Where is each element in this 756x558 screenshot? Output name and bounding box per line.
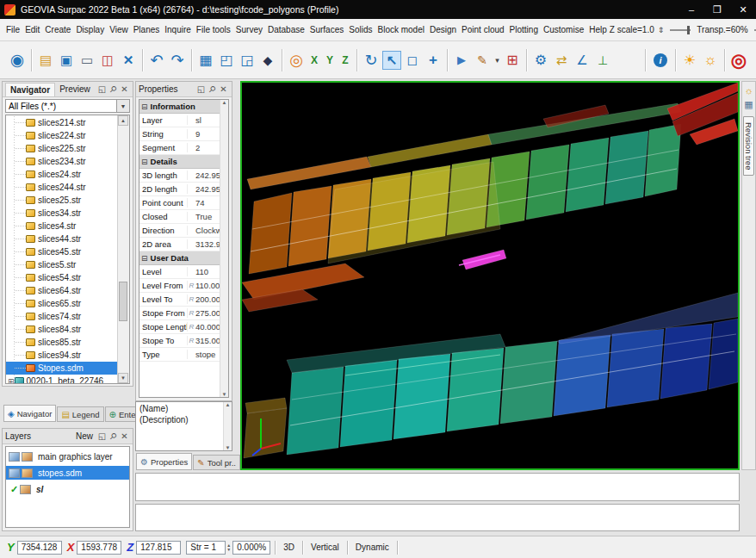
tree-item[interactable]: slices25.str	[6, 194, 118, 207]
minimize-button[interactable]: –	[679, 0, 704, 19]
maximize-button[interactable]: ❒	[704, 0, 730, 19]
menu-item[interactable]: Help	[586, 22, 610, 37]
save-icon[interactable]: ▣	[57, 51, 76, 70]
tab-tool-properties[interactable]: ✎ Tool pr..	[193, 455, 240, 470]
layer-row-main-graphics[interactable]: main graphics layer	[6, 450, 129, 463]
layer-style-icon[interactable]	[22, 468, 33, 478]
menu-item[interactable]: Surfaces	[307, 22, 346, 37]
tree-item[interactable]: slices64.str	[6, 284, 118, 297]
menu-item[interactable]: Database	[265, 22, 307, 37]
menu-item[interactable]: Display	[73, 22, 107, 37]
tree-item[interactable]: slices225.str	[6, 142, 118, 155]
tree-item[interactable]: slices74.str	[6, 310, 118, 323]
tab-preview[interactable]: Preview	[55, 83, 95, 96]
open-file-icon[interactable]: ▤	[36, 51, 55, 70]
property-row[interactable]: 3D length 242.954	[139, 169, 220, 183]
info-icon[interactable]: i	[654, 53, 667, 67]
property-row[interactable]: Segment 2	[139, 141, 220, 155]
z-scale-slider[interactable]	[670, 29, 691, 31]
property-row[interactable]: String 9	[139, 127, 220, 141]
property-row[interactable]: Level 110	[139, 265, 220, 279]
property-row[interactable]: Level From R 110.000	[139, 279, 220, 293]
select-arrow-icon[interactable]: ↖	[382, 51, 401, 70]
message-strip-2[interactable]	[135, 504, 740, 531]
tab-navigator[interactable]: ◈ Navigator	[3, 405, 56, 422]
new-layer-button[interactable]: New	[72, 431, 96, 441]
property-row[interactable]: Closed True	[139, 210, 220, 224]
dropdown-arrow-icon[interactable]: ▼	[116, 100, 129, 112]
description-field[interactable]: (Description)	[136, 413, 232, 425]
tree-item-partial[interactable]: ⊞ 0020-1_beta_22746	[6, 375, 118, 383]
mode-vertical-button[interactable]: Vertical	[307, 542, 343, 552]
menu-item[interactable]: Point cloud	[459, 22, 506, 37]
tree-item[interactable]: slices224.str	[6, 129, 118, 142]
string-number-field[interactable]: Str = 1	[186, 541, 226, 555]
percent-field[interactable]: 0.000%	[232, 541, 270, 555]
scroll-thumb[interactable]	[119, 282, 127, 321]
undo-icon[interactable]: ↶	[147, 51, 166, 70]
property-row[interactable]: Stope From R 275.000	[139, 307, 220, 320]
play-icon[interactable]: ▶	[452, 51, 471, 70]
collapse-icon[interactable]: ⊟	[141, 158, 148, 166]
tree-item[interactable]: slices54.str	[6, 271, 118, 284]
tree-item[interactable]: slices244.str	[6, 181, 118, 194]
tree-item[interactable]: slices84.str	[6, 323, 118, 336]
group-information[interactable]: ⊟ Information	[139, 100, 220, 114]
mode-dynamic-button[interactable]: Dynamic	[352, 542, 393, 552]
scroll-down-icon[interactable]: ▼	[118, 373, 128, 383]
tab-legend[interactable]: ▤ Legend	[57, 406, 103, 422]
group-user-data[interactable]: ⊟ User Data	[139, 251, 220, 265]
z-scale-spinner-icon[interactable]: ⇕	[658, 26, 665, 34]
tree-item[interactable]: slices34.str	[6, 207, 118, 220]
draw-tool-icon[interactable]: ✎	[473, 51, 492, 70]
tree-item[interactable]: slices24.str	[6, 168, 118, 181]
center-view-icon[interactable]: ◎	[287, 51, 306, 70]
file-filter-dropdown[interactable]: All Files (*.*) ▼	[5, 99, 130, 113]
display-2d-icon[interactable]: ◰	[217, 51, 236, 70]
tree-item[interactable]: slices94.str	[6, 349, 118, 362]
layer-style-icon[interactable]	[20, 485, 31, 494]
close-button[interactable]: ✕	[730, 0, 756, 19]
menu-item[interactable]: Survey	[233, 22, 265, 37]
record-target-icon[interactable]: ◎	[729, 51, 748, 70]
string-spinner[interactable]: ▲▼	[226, 543, 231, 552]
print-icon[interactable]: ▭	[77, 51, 96, 70]
brightness-icon[interactable]: ☀	[680, 51, 699, 70]
collapse-icon[interactable]: ⊟	[141, 102, 148, 111]
render-mode-icon[interactable]: ◆	[258, 51, 277, 70]
menu-item[interactable]: Inquire	[162, 22, 194, 37]
expand-icon[interactable]: ⊞	[8, 377, 15, 384]
property-row[interactable]: Layer sl	[139, 114, 220, 127]
layer-row-stopes[interactable]: stopes.sdm	[6, 466, 129, 480]
menu-item[interactable]: Plotting	[507, 22, 541, 37]
property-row[interactable]: Stope To R 315.000	[139, 334, 220, 348]
redo-icon[interactable]: ↷	[168, 51, 187, 70]
tree-item[interactable]: slices214.str	[6, 116, 118, 129]
scroll-up-icon[interactable]: ▲	[226, 402, 231, 407]
layer-visibility-icon[interactable]	[9, 452, 20, 462]
draw-dropdown-icon[interactable]: ▾	[493, 51, 501, 70]
orbit-view-icon[interactable]: ↻	[362, 51, 381, 70]
menu-item[interactable]: Create	[42, 22, 73, 37]
scroll-down-icon[interactable]: ▼	[226, 445, 231, 450]
menu-item[interactable]: File tools	[194, 22, 233, 37]
z-scale-control[interactable]: Z scale=1.0	[610, 25, 654, 34]
message-strip-1[interactable]	[135, 473, 740, 501]
tab-revision-tree[interactable]: Revision tree	[743, 116, 754, 176]
pan-icon[interactable]: +	[424, 51, 443, 70]
menu-item[interactable]: Solids	[346, 22, 375, 37]
axis-z-icon[interactable]: Z	[338, 51, 352, 70]
tab-properties[interactable]: ⚙ Properties	[136, 453, 192, 470]
menu-item[interactable]: Block model	[375, 22, 427, 37]
collapse-icon[interactable]: ⊟	[141, 254, 148, 263]
tree-item-selected[interactable]: Stopes.sdm	[6, 362, 118, 375]
scroll-up-icon[interactable]: ▲	[222, 100, 227, 105]
scroll-up-icon[interactable]: ▲	[118, 115, 128, 126]
tree-item[interactable]: slices5.str	[6, 258, 118, 271]
tree-item[interactable]: slices44.str	[6, 232, 118, 245]
name-field[interactable]: (Name)	[136, 402, 232, 413]
menu-item[interactable]: Planes	[131, 22, 163, 37]
menu-item[interactable]: View	[107, 22, 131, 37]
delete-icon[interactable]: ✕	[119, 51, 138, 70]
axis-x-icon[interactable]: X	[307, 51, 321, 70]
